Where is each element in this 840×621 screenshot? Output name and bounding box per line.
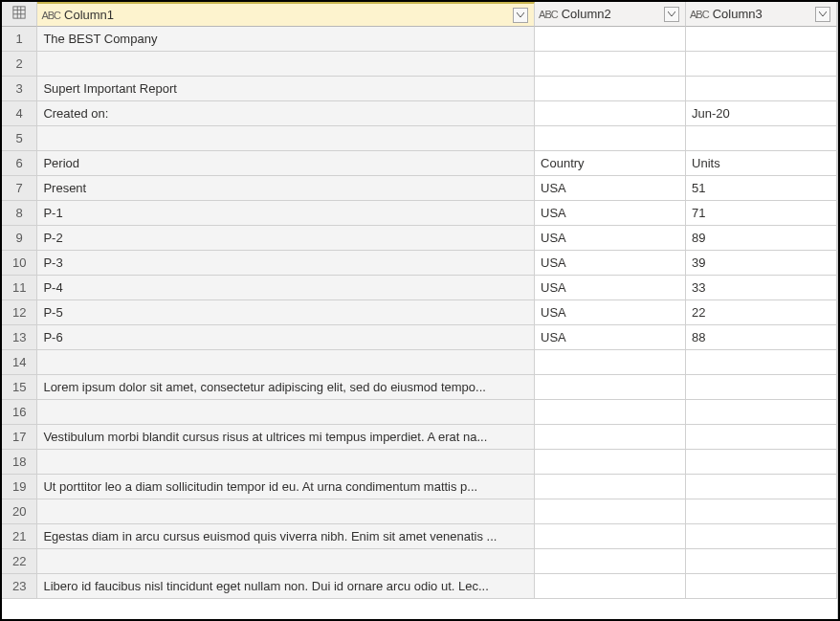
cell-column2[interactable]	[535, 549, 686, 574]
cell-column1[interactable]	[37, 126, 535, 151]
row-number[interactable]: 23	[2, 574, 37, 599]
cell-column2[interactable]	[535, 52, 686, 77]
cell-column2[interactable]	[535, 27, 686, 52]
cell-column1[interactable]: Ut porttitor leo a diam sollicitudin tem…	[37, 475, 535, 499]
row-number[interactable]: 22	[2, 549, 37, 574]
cell-column2[interactable]	[535, 450, 686, 475]
table-row[interactable]: 14	[2, 350, 837, 375]
table-row[interactable]: 1The BEST Company	[2, 27, 837, 52]
cell-column1[interactable]: Vestibulum morbi blandit cursus risus at…	[37, 425, 535, 450]
cell-column1[interactable]: Created on:	[37, 101, 535, 126]
table-row[interactable]: 20	[2, 499, 837, 524]
cell-column1[interactable]: Supert Important Report	[37, 77, 535, 101]
row-number[interactable]: 3	[2, 77, 37, 101]
cell-column1[interactable]: Egestas diam in arcu cursus euismod quis…	[37, 524, 535, 549]
cell-column2[interactable]	[535, 77, 686, 101]
filter-button[interactable]	[513, 8, 528, 23]
cell-column2[interactable]	[535, 350, 686, 375]
filter-button[interactable]	[664, 7, 679, 22]
table-row[interactable]: 9P-2USA89	[2, 226, 837, 251]
cell-column2[interactable]	[535, 101, 686, 126]
table-row[interactable]: 16	[2, 400, 837, 425]
cell-column2[interactable]: USA	[535, 276, 686, 300]
row-number[interactable]: 20	[2, 499, 37, 524]
cell-column3[interactable]: 88	[686, 325, 837, 350]
cell-column3[interactable]	[686, 524, 837, 549]
cell-column3[interactable]: 51	[686, 176, 837, 201]
cell-column3[interactable]	[686, 475, 837, 499]
row-number[interactable]: 2	[2, 52, 37, 77]
row-number[interactable]: 11	[2, 276, 37, 300]
cell-column3[interactable]	[686, 549, 837, 574]
cell-column3[interactable]	[686, 126, 837, 151]
cell-column3[interactable]	[686, 450, 837, 475]
cell-column2[interactable]	[535, 400, 686, 425]
cell-column1[interactable]: P-3	[37, 251, 535, 276]
table-row[interactable]: 19Ut porttitor leo a diam sollicitudin t…	[2, 475, 837, 499]
cell-column1[interactable]: Period	[37, 151, 535, 176]
table-row[interactable]: 17Vestibulum morbi blandit cursus risus …	[2, 425, 837, 450]
table-row[interactable]: 2	[2, 52, 837, 77]
row-number[interactable]: 18	[2, 450, 37, 475]
cell-column2[interactable]: USA	[535, 300, 686, 325]
row-number[interactable]: 16	[2, 400, 37, 425]
table-row[interactable]: 7PresentUSA51	[2, 176, 837, 201]
cell-column2[interactable]	[535, 475, 686, 499]
cell-column3[interactable]: 71	[686, 201, 837, 226]
cell-column2[interactable]	[535, 524, 686, 549]
row-number[interactable]: 10	[2, 251, 37, 276]
cell-column2[interactable]: Country	[535, 151, 686, 176]
row-number[interactable]: 5	[2, 126, 37, 151]
cell-column3[interactable]: 39	[686, 251, 837, 276]
table-row[interactable]: 13P-6USA88	[2, 325, 837, 350]
cell-column3[interactable]	[686, 350, 837, 375]
table-row[interactable]: 4Created on:Jun-20	[2, 101, 837, 126]
cell-column1[interactable]: P-4	[37, 276, 535, 300]
table-row[interactable]: 12P-5USA22	[2, 300, 837, 325]
cell-column3[interactable]	[686, 52, 837, 77]
cell-column1[interactable]: P-6	[37, 325, 535, 350]
cell-column2[interactable]: USA	[535, 226, 686, 251]
table-row[interactable]: 18	[2, 450, 837, 475]
cell-column2[interactable]	[535, 126, 686, 151]
row-number[interactable]: 17	[2, 425, 37, 450]
row-number[interactable]: 21	[2, 524, 37, 549]
row-number[interactable]: 9	[2, 226, 37, 251]
cell-column3[interactable]: 22	[686, 300, 837, 325]
cell-column3[interactable]: Units	[686, 151, 837, 176]
row-number[interactable]: 14	[2, 350, 37, 375]
cell-column2[interactable]: USA	[535, 251, 686, 276]
row-number[interactable]: 6	[2, 151, 37, 176]
cell-column2[interactable]	[535, 574, 686, 599]
table-row[interactable]: 3Supert Important Report	[2, 77, 837, 101]
cell-column1[interactable]	[37, 549, 535, 574]
cell-column3[interactable]: Jun-20	[686, 101, 837, 126]
table-row[interactable]: 6PeriodCountryUnits	[2, 151, 837, 176]
row-number[interactable]: 15	[2, 375, 37, 400]
cell-column3[interactable]: 89	[686, 226, 837, 251]
cell-column2[interactable]: USA	[535, 201, 686, 226]
cell-column3[interactable]: 33	[686, 276, 837, 300]
column-header-3[interactable]: ABC Column3	[686, 2, 837, 27]
cell-column3[interactable]	[686, 400, 837, 425]
table-row[interactable]: 22	[2, 549, 837, 574]
column-header-1[interactable]: ABC Column1	[37, 2, 535, 27]
row-number[interactable]: 12	[2, 300, 37, 325]
cell-column1[interactable]: The BEST Company	[37, 27, 535, 52]
select-all-corner[interactable]	[2, 2, 37, 27]
table-row[interactable]: 23Libero id faucibus nisl tincidunt eget…	[2, 574, 837, 599]
table-row[interactable]: 15Lorem ipsum dolor sit amet, consectetu…	[2, 375, 837, 400]
cell-column3[interactable]	[686, 425, 837, 450]
cell-column3[interactable]	[686, 375, 837, 400]
filter-button[interactable]	[815, 7, 830, 22]
cell-column1[interactable]: P-1	[37, 201, 535, 226]
table-row[interactable]: 11P-4USA33	[2, 276, 837, 300]
cell-column3[interactable]	[686, 574, 837, 599]
row-number[interactable]: 7	[2, 176, 37, 201]
cell-column2[interactable]	[535, 375, 686, 400]
column-header-2[interactable]: ABC Column2	[535, 2, 686, 27]
row-number[interactable]: 19	[2, 475, 37, 499]
cell-column3[interactable]	[686, 499, 837, 524]
table-row[interactable]: 8P-1USA71	[2, 201, 837, 226]
cell-column1[interactable]: P-5	[37, 300, 535, 325]
